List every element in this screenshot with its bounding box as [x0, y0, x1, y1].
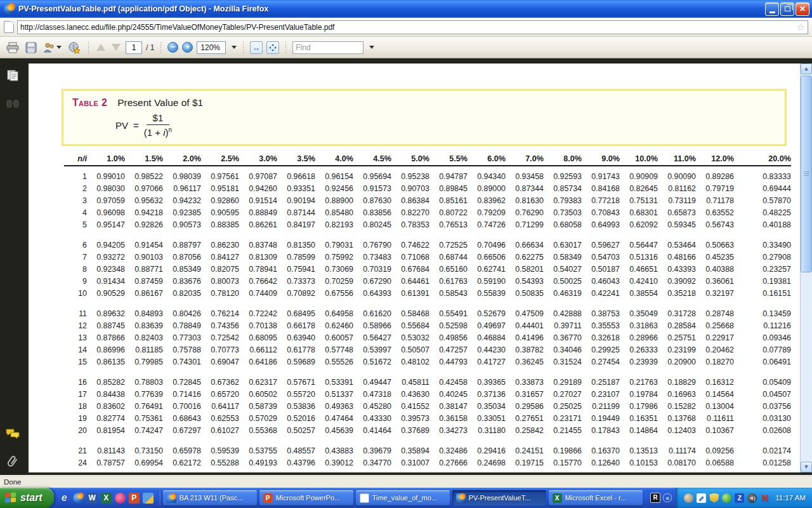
zoom-dropdown-arrow[interactable]	[232, 46, 237, 49]
pv-factor-value: 0.39012	[315, 458, 353, 467]
pv-factor-value: 0.05409	[734, 378, 791, 387]
pv-factor-value: 0.58543	[429, 289, 468, 298]
collaborate-button[interactable]	[42, 41, 63, 55]
firefox-quicklaunch-icon[interactable]	[73, 493, 84, 504]
pv-factor-value: 0.07789	[734, 345, 791, 354]
vertical-scrollbar[interactable]: ▲ ▼	[800, 64, 812, 472]
pv-factor-value: 0.25025	[544, 402, 582, 411]
pv-factor-value: 0.83333	[734, 172, 791, 181]
volume-tray-icon[interactable]: ◄)	[747, 493, 757, 503]
pv-factor-value: 0.98039	[163, 172, 201, 181]
pv-factor-value: 0.92456	[315, 184, 353, 193]
pv-factor-value: 0.70259	[315, 277, 353, 286]
pv-factor-value: 0.31007	[391, 458, 429, 467]
pv-factor-value: 0.70773	[201, 345, 239, 354]
collaborate-dropdown-arrow[interactable]	[56, 46, 62, 49]
print-button[interactable]	[5, 41, 20, 55]
zoom-level-select[interactable]: 120%	[197, 41, 226, 54]
pv-factor-value: 0.66112	[239, 345, 277, 354]
attachments-paperclip-icon[interactable]	[6, 455, 20, 469]
pv-factor-value: 0.88900	[315, 196, 353, 205]
save-button[interactable]	[24, 41, 38, 55]
scroll-down-arrow[interactable]: ▼	[801, 462, 812, 472]
zoom-out-button[interactable]: −	[167, 42, 178, 53]
zoom-in-button[interactable]: +	[182, 42, 193, 53]
url-input[interactable]	[20, 23, 797, 32]
pv-factor-value: 0.95632	[125, 196, 163, 205]
access-quicklaunch-icon[interactable]	[115, 493, 126, 504]
zoom-level-value: 120%	[200, 43, 220, 52]
shield-tray-icon[interactable]	[709, 493, 719, 503]
ie-quicklaunch-icon[interactable]: e	[59, 493, 70, 504]
minimize-button[interactable]	[765, 3, 779, 16]
wrench-tray-icon[interactable]	[697, 493, 706, 503]
pv-factor-value: 0.19715	[506, 458, 544, 467]
pv-factor-value: 0.55491	[429, 309, 468, 318]
taskbar: start eWXP BA 213 W11 (Pasc...PMicrosoft…	[0, 488, 812, 508]
zonealarm-tray-icon[interactable]: Z	[735, 493, 744, 503]
scroll-up-arrow[interactable]: ▲	[801, 64, 812, 74]
share-button[interactable]	[67, 40, 82, 55]
background-app-icon[interactable]: R	[650, 493, 660, 503]
pv-factor-value: 0.75361	[125, 414, 163, 423]
search-binoculars-icon[interactable]	[6, 97, 20, 110]
taskbar-window-button[interactable]: PV-PresentValueT...	[452, 490, 546, 505]
pv-factor-value: 0.83639	[125, 321, 163, 330]
pv-factor-value: 0.74622	[391, 241, 429, 250]
pv-factor-value: 0.25668	[696, 321, 734, 330]
scrollbar-thumb[interactable]	[801, 76, 812, 272]
url-field[interactable]: ☆	[17, 20, 808, 34]
powerpoint-quicklaunch-icon[interactable]: P	[129, 493, 140, 504]
messenger-tray-icon[interactable]	[684, 493, 693, 503]
pv-factor-value: 0.50257	[277, 426, 315, 435]
taskbar-window-button[interactable]: WTime_value_of_mo...	[356, 490, 450, 505]
find-input[interactable]	[296, 43, 360, 52]
pv-factor-value: 0.35034	[468, 402, 506, 411]
page-number-input[interactable]	[126, 42, 141, 53]
pv-factor-value: 0.94218	[125, 208, 163, 217]
pv-factor-value: 0.17843	[582, 426, 620, 435]
taskbar-window-button[interactable]: XMicrosoft Excel - r...	[549, 490, 643, 505]
period-number: 3	[64, 196, 87, 205]
pv-factor-value: 0.46884	[468, 333, 506, 342]
pv-factor-value: 0.73150	[125, 446, 163, 455]
hidden-icons-chevron[interactable]: «	[663, 493, 672, 502]
pv-factor-value: 0.79985	[125, 358, 163, 366]
pv-factor-value: 0.51672	[353, 358, 391, 366]
pv-factor-value: 0.56743	[696, 220, 734, 229]
comments-panel-icon[interactable]	[6, 427, 20, 441]
page-number-field[interactable]	[126, 41, 142, 54]
pv-factor-value: 0.50835	[506, 289, 544, 298]
pv-factor-value: 0.49447	[353, 378, 391, 387]
pv-factor-value: 0.31180	[468, 426, 506, 435]
table-row: 140.869960.811850.757880.707730.661120.6…	[64, 344, 791, 356]
restore-button[interactable]	[780, 3, 794, 16]
pages-panel-icon[interactable]	[6, 69, 20, 83]
bookmark-star-icon[interactable]: ☆	[797, 22, 805, 32]
pv-factor-value: 0.90595	[201, 208, 239, 217]
pv-factor-value: 0.65160	[429, 265, 468, 274]
find-dropdown-arrow[interactable]	[369, 46, 374, 49]
pv-factor-value: 0.32618	[582, 333, 620, 342]
period-number: 4	[64, 208, 87, 217]
green-tray-icon[interactable]	[722, 493, 731, 503]
taskbar-window-button[interactable]: BA 213 W11 (Pasc...	[163, 490, 257, 505]
pv-factor-value: 0.65720	[201, 390, 239, 399]
fit-width-button[interactable]: ↔	[250, 41, 263, 54]
start-button[interactable]: start	[0, 488, 54, 508]
pv-factor-value: 0.86135	[87, 358, 125, 366]
previous-page-button[interactable]	[95, 43, 107, 52]
word-quicklaunch-icon[interactable]: W	[87, 493, 98, 504]
taskbar-window-button[interactable]: PMicrosoft PowerPo...	[259, 490, 353, 505]
pv-factor-value: 0.36061	[696, 277, 734, 286]
close-button[interactable]: ✕	[796, 3, 809, 16]
pv-factor-value: 0.80073	[201, 277, 239, 286]
find-field[interactable]	[292, 41, 363, 54]
pv-factor-value: 0.44230	[468, 345, 506, 354]
excel-quicklaunch-icon[interactable]: X	[101, 493, 112, 504]
outlook-quicklaunch-icon[interactable]	[143, 493, 154, 504]
pv-factor-value: 0.55526	[315, 358, 353, 366]
next-page-button[interactable]	[110, 43, 122, 52]
fit-page-button[interactable]	[266, 41, 279, 54]
norton-tray-icon[interactable]: N	[760, 493, 769, 503]
